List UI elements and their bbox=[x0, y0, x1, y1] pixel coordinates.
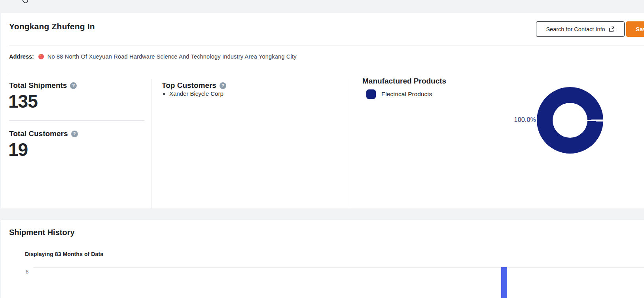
column-divider-2 bbox=[351, 79, 351, 209]
address-value: No 88 North Of Xueyuan Road Hardware Sci… bbox=[47, 53, 297, 60]
help-icon[interactable]: ? bbox=[220, 82, 226, 89]
save-button-label: Save bbox=[636, 26, 644, 32]
save-button[interactable]: Save bbox=[626, 21, 644, 37]
donut-percentage-label: 100.0% bbox=[488, 116, 536, 123]
shipment-history-subtitle: Displaying 83 Months of Data bbox=[25, 251, 103, 257]
company-name-title: Yongkang Zhufeng In bbox=[9, 22, 95, 31]
china-flag-icon: ★ bbox=[38, 54, 44, 59]
total-shipments-value: 135 bbox=[8, 92, 38, 110]
shipment-bar[interactable] bbox=[501, 267, 507, 298]
total-customers-heading: Total Customers ? bbox=[9, 129, 78, 138]
address-divider bbox=[9, 73, 644, 73]
header-divider bbox=[9, 46, 644, 46]
manufactured-products-heading: Manufactured Products bbox=[362, 77, 446, 85]
top-customer-item[interactable]: Xander Bicycle Corp bbox=[169, 88, 224, 99]
address-label: Address: bbox=[9, 53, 34, 60]
search-contact-info-label: Search for Contact Info bbox=[546, 26, 605, 32]
y-axis-tick-label: 8 bbox=[26, 269, 28, 275]
legend-item-electrical-products[interactable]: Electrical Products bbox=[366, 89, 432, 99]
total-shipments-heading: Total Shipments ? bbox=[9, 81, 77, 90]
donut-hole bbox=[553, 103, 587, 138]
mouse-cursor-artifact bbox=[21, 0, 29, 5]
address-row: Address: ★ No 88 North Of Xueyuan Road H… bbox=[9, 51, 297, 62]
page: Yongkang Zhufeng In Search for Contact I… bbox=[0, 0, 644, 298]
shipment-history-card: Shipment History Displaying 83 Months of… bbox=[1, 220, 644, 298]
column-divider-1 bbox=[152, 79, 152, 209]
manufactured-products-donut-chart[interactable] bbox=[537, 87, 603, 154]
top-customers-list: Xander Bicycle Corp bbox=[169, 88, 224, 99]
external-link-icon bbox=[609, 26, 615, 32]
shipment-history-title: Shipment History bbox=[9, 228, 75, 237]
help-icon[interactable]: ? bbox=[71, 131, 78, 137]
search-contact-info-button[interactable]: Search for Contact Info bbox=[536, 21, 625, 37]
help-icon[interactable]: ? bbox=[70, 82, 77, 89]
legend-label: Electrical Products bbox=[381, 91, 432, 98]
total-customers-value: 19 bbox=[8, 140, 28, 159]
total-shipments-label: Total Shipments bbox=[9, 81, 67, 90]
legend-swatch-icon bbox=[366, 89, 376, 99]
chart-gridline bbox=[33, 267, 644, 268]
total-customers-label: Total Customers bbox=[9, 129, 68, 138]
company-summary-card: Yongkang Zhufeng In Search for Contact I… bbox=[1, 13, 644, 209]
stat-divider bbox=[9, 120, 144, 121]
